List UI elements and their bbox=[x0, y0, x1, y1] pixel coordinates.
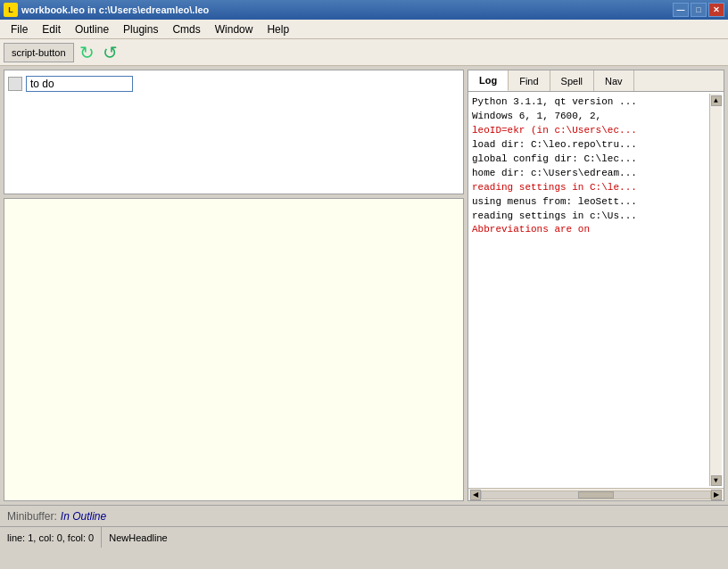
log-line: using menus from: leoSett... bbox=[472, 195, 707, 210]
log-text: Python 3.1.1, qt version ... Windows 6, … bbox=[470, 94, 709, 486]
scrollbar-down[interactable]: ▼ bbox=[711, 475, 722, 486]
log-line: load dir: C:\leo.repo\tru... bbox=[472, 138, 707, 153]
tab-spell[interactable]: Spell bbox=[550, 70, 594, 91]
menu-file[interactable]: File bbox=[4, 21, 35, 37]
status-bar: line: 1, col: 0, fcol: 0 NewHeadline bbox=[0, 526, 728, 548]
log-vscrollbar[interactable]: ▲ ▼ bbox=[709, 94, 722, 486]
menu-edit[interactable]: Edit bbox=[35, 21, 68, 37]
log-hscrollbar[interactable]: ◀ ▶ bbox=[468, 488, 724, 500]
window-controls: — □ ✕ bbox=[673, 3, 724, 17]
minibuffer-label: Minibuffer: bbox=[7, 510, 57, 523]
log-content: Python 3.1.1, qt version ... Windows 6, … bbox=[468, 92, 724, 488]
forward-button[interactable]: ↺ bbox=[101, 43, 120, 62]
left-panel bbox=[4, 70, 464, 501]
toolbar: script-button ↻ ↺ bbox=[0, 39, 728, 66]
log-line: Abbreviations are on bbox=[472, 223, 707, 237]
tab-log[interactable]: Log bbox=[468, 70, 509, 91]
minimize-button[interactable]: — bbox=[673, 3, 689, 17]
tree-node-icon bbox=[8, 77, 22, 91]
tab-find[interactable]: Find bbox=[509, 70, 550, 91]
main-area: Log Find Spell Nav Python 3.1.1, qt vers… bbox=[0, 66, 728, 505]
menu-window[interactable]: Window bbox=[208, 21, 261, 37]
log-tabs: Log Find Spell Nav bbox=[468, 70, 724, 92]
log-line: Windows 6, 1, 7600, 2, bbox=[472, 110, 707, 124]
status-right: NewHeadline bbox=[102, 527, 174, 548]
log-line: leoID=ekr (in c:\Users\ec... bbox=[472, 124, 707, 138]
menu-cmds[interactable]: Cmds bbox=[165, 21, 207, 37]
status-left: line: 1, col: 0, fcol: 0 bbox=[0, 527, 102, 548]
window-title: workbook.leo in c:\Users\edreamleo\.leo bbox=[21, 4, 209, 15]
outline-pane bbox=[4, 70, 464, 194]
hscroll-left[interactable]: ◀ bbox=[470, 490, 481, 500]
close-button[interactable]: ✕ bbox=[708, 3, 724, 17]
scrollbar-up[interactable]: ▲ bbox=[711, 95, 722, 106]
body-pane[interactable] bbox=[4, 198, 464, 501]
minibuffer-value: In Outline bbox=[61, 510, 106, 523]
menu-plugins[interactable]: Plugins bbox=[116, 21, 165, 37]
menu-help[interactable]: Help bbox=[260, 21, 296, 37]
tab-nav[interactable]: Nav bbox=[594, 70, 634, 91]
maximize-button[interactable]: □ bbox=[691, 3, 707, 17]
node-title-input[interactable] bbox=[26, 76, 133, 92]
hscroll-track[interactable] bbox=[481, 491, 711, 499]
tree-node bbox=[8, 76, 459, 92]
log-line: global config dir: C:\lec... bbox=[472, 153, 707, 167]
log-line: reading settings in C:\le... bbox=[472, 181, 707, 195]
app-icon: L bbox=[4, 3, 18, 17]
log-line: reading settings in c:\Us... bbox=[472, 210, 707, 224]
minibuffer: Minibuffer: In Outline bbox=[0, 505, 728, 526]
menu-outline[interactable]: Outline bbox=[68, 21, 116, 37]
script-button[interactable]: script-button bbox=[4, 43, 74, 62]
hscroll-right[interactable]: ▶ bbox=[711, 490, 722, 500]
back-button[interactable]: ↻ bbox=[78, 43, 97, 62]
log-line: home dir: c:\Users\edream... bbox=[472, 167, 707, 181]
menu-bar: File Edit Outline Plugins Cmds Window He… bbox=[0, 20, 728, 39]
log-line: Python 3.1.1, qt version ... bbox=[472, 95, 707, 110]
hscroll-thumb[interactable] bbox=[578, 491, 614, 499]
title-bar: L workbook.leo in c:\Users\edreamleo\.le… bbox=[0, 0, 728, 20]
log-panel: Log Find Spell Nav Python 3.1.1, qt vers… bbox=[467, 70, 724, 501]
